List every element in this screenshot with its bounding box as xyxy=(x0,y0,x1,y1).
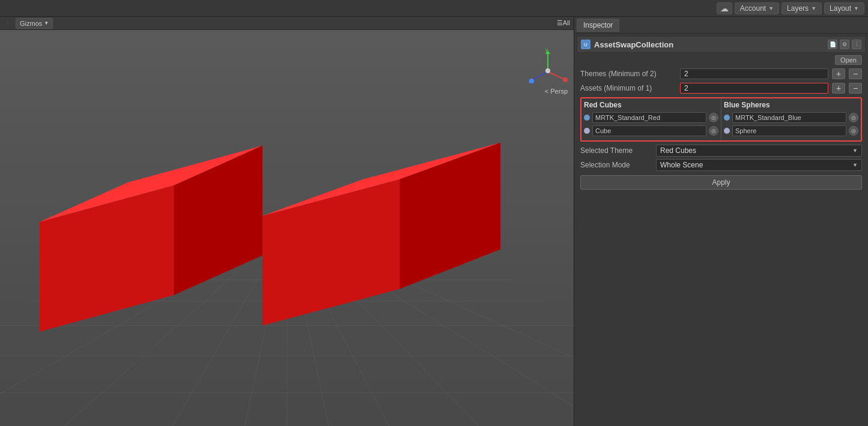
viewport-toolbar-left: ⋮ Gizmos ▼ xyxy=(4,18,53,29)
svg-line-27 xyxy=(533,72,547,80)
svg-text:U: U xyxy=(584,42,587,47)
themes-minus-btn[interactable]: − xyxy=(849,68,862,79)
account-chevron-icon: ▼ xyxy=(768,5,774,11)
blue-mesh-name[interactable]: Sphere xyxy=(732,125,846,136)
assets-minus-btn[interactable]: − xyxy=(849,83,862,94)
asset-row-blue-material: MRTK_Standard_Blue ◎ xyxy=(724,112,858,124)
layout-chevron-icon: ▼ xyxy=(854,5,859,11)
theme-grid: Red Cubes MRTK_Standard_Red ◎ Cube ◎ Blu… xyxy=(580,97,862,142)
red-mesh-select-btn[interactable]: ◎ xyxy=(709,126,718,136)
themes-field-row: Themes (Minimum of 2) 2 + − xyxy=(577,67,866,80)
inspector-panel: Inspector U AssetSwapCollection 📄 ⚙ ⋮ xyxy=(574,17,868,426)
blue-material-select-btn[interactable]: ◎ xyxy=(849,113,858,122)
theme-column-blue-spheres: Blue Spheres MRTK_Standard_Blue ◎ Sphere… xyxy=(721,98,861,140)
gizmos-chevron-icon: ▼ xyxy=(44,20,49,26)
component-unity-icon: U xyxy=(581,40,590,49)
inspector-content: U AssetSwapCollection 📄 ⚙ ⋮ Open Themes … xyxy=(574,34,868,426)
selected-theme-row: Selected Theme Red Cubes ▼ xyxy=(577,144,866,157)
svg-text:z: z xyxy=(529,78,532,84)
svg-point-29 xyxy=(545,68,550,73)
selection-mode-row: Selection Mode Whole Scene ▼ xyxy=(577,158,866,172)
scene-svg xyxy=(0,30,574,426)
assets-label: Assets (Minimum of 1) xyxy=(580,84,676,92)
blue-spheres-header: Blue Spheres xyxy=(724,101,858,109)
svg-text:x: x xyxy=(566,77,569,83)
all-label: ☰All xyxy=(557,19,570,27)
main-area: ⋮ Gizmos ▼ ☰All xyxy=(0,17,868,426)
persp-label: < Persp xyxy=(545,88,568,95)
layers-label: Layers xyxy=(787,4,809,13)
selected-theme-value: Red Cubes xyxy=(660,146,696,155)
asset-row-red-material: MRTK_Standard_Red ◎ xyxy=(584,112,718,124)
selected-theme-arrow-icon: ▼ xyxy=(852,148,858,154)
gizmos-label: Gizmos xyxy=(20,20,42,27)
themes-value[interactable]: 2 xyxy=(680,68,828,79)
theme-column-red-cubes: Red Cubes MRTK_Standard_Red ◎ Cube ◎ xyxy=(581,98,721,140)
assets-value[interactable]: 2 xyxy=(680,83,828,94)
inspector-tabs: Inspector xyxy=(574,17,868,34)
layout-label: Layout xyxy=(830,4,851,13)
open-button[interactable]: Open xyxy=(835,55,862,65)
account-label: Account xyxy=(740,4,766,13)
open-btn-row: Open xyxy=(577,54,866,66)
more-icon-btn[interactable]: ⋮ xyxy=(852,40,861,49)
separator-icon: ⋮ xyxy=(5,20,11,26)
layout-button[interactable]: Layout ▼ xyxy=(824,2,864,14)
gizmo-axes: y x z xyxy=(527,48,569,90)
viewport-toolbar: ⋮ Gizmos ▼ ☰All xyxy=(0,17,574,30)
mesh-dot-red xyxy=(584,128,590,134)
component-header-icons: 📄 ⚙ ⋮ xyxy=(828,40,861,49)
material-dot-red xyxy=(584,115,590,121)
settings-icon-btn[interactable]: ⚙ xyxy=(840,40,849,49)
viewport: ⋮ Gizmos ▼ ☰All xyxy=(0,17,574,426)
layers-chevron-icon: ▼ xyxy=(811,5,816,11)
gizmos-button[interactable]: Gizmos ▼ xyxy=(16,18,53,29)
asset-row-red-mesh: Cube ◎ xyxy=(584,125,718,137)
themes-plus-btn[interactable]: + xyxy=(832,68,845,79)
apply-button[interactable]: Apply xyxy=(580,175,862,190)
red-cubes-header: Red Cubes xyxy=(584,101,718,109)
component-header: U AssetSwapCollection 📄 ⚙ ⋮ xyxy=(577,36,866,53)
tab-inspector[interactable]: Inspector xyxy=(577,19,619,32)
account-button[interactable]: Account ▼ xyxy=(735,2,779,14)
component-title: AssetSwapCollection xyxy=(594,40,824,49)
selected-theme-select[interactable]: Red Cubes ▼ xyxy=(656,145,862,157)
svg-text:y: y xyxy=(545,48,548,53)
selection-mode-arrow-icon: ▼ xyxy=(852,162,858,168)
material-dot-blue xyxy=(724,115,730,121)
red-material-name[interactable]: MRTK_Standard_Red xyxy=(592,112,706,123)
selection-mode-value: Whole Scene xyxy=(660,161,703,169)
script-icon-btn[interactable]: 📄 xyxy=(828,40,837,49)
scene-3d: y x z < Persp xyxy=(0,30,574,426)
tab-inspector-label: Inspector xyxy=(583,21,613,29)
asset-row-blue-mesh: Sphere ◎ xyxy=(724,125,858,137)
cloud-button[interactable]: ☁ xyxy=(717,2,732,14)
layers-button[interactable]: Layers ▼ xyxy=(782,2,822,14)
assets-plus-btn[interactable]: + xyxy=(832,83,845,94)
blue-material-name[interactable]: MRTK_Standard_Blue xyxy=(732,112,846,123)
selection-mode-label: Selection Mode xyxy=(580,161,652,169)
selected-theme-label: Selected Theme xyxy=(580,146,652,155)
red-material-select-btn[interactable]: ◎ xyxy=(709,113,718,122)
themes-label: Themes (Minimum of 2) xyxy=(580,70,676,78)
assets-field-row: Assets (Minimum of 1) 2 + − xyxy=(577,82,866,95)
blue-mesh-select-btn[interactable]: ◎ xyxy=(849,126,858,136)
selection-mode-select[interactable]: Whole Scene ▼ xyxy=(656,159,862,171)
mesh-dot-blue xyxy=(724,128,730,134)
top-bar: ☁ Account ▼ Layers ▼ Layout ▼ xyxy=(0,0,868,17)
red-mesh-name[interactable]: Cube xyxy=(592,125,706,136)
viewport-toolbar-right: ☰All xyxy=(557,19,570,27)
